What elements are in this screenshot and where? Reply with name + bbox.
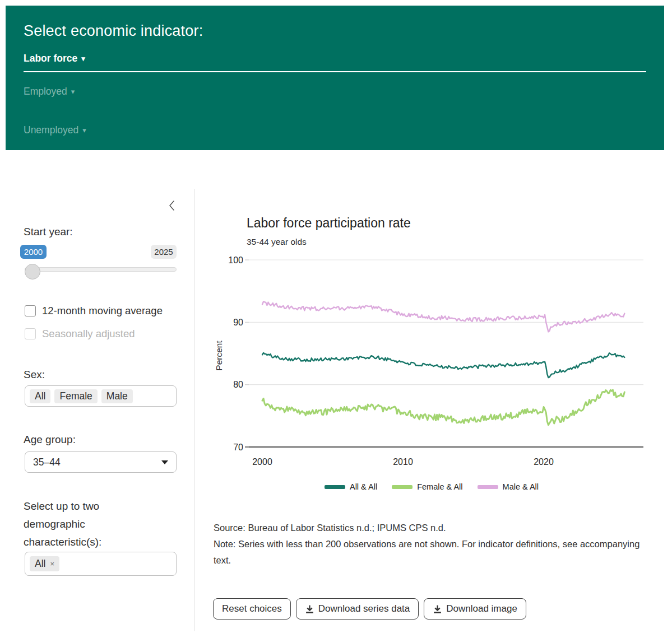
sex-select[interactable]: All Female Male: [25, 385, 177, 407]
download-image-button[interactable]: Download image: [424, 598, 526, 620]
download-series-data-button[interactable]: Download series data: [296, 598, 419, 620]
age-group-label: Age group:: [24, 434, 76, 446]
sidebar-collapse-button[interactable]: [166, 198, 178, 213]
active-tab-underline: [24, 71, 646, 72]
age-group-select[interactable]: 35–44: [25, 451, 177, 473]
age-group-value: 35–44: [33, 457, 61, 468]
series-swatch: [325, 485, 345, 489]
chart-actions: Reset choices Download series data Downl…: [213, 598, 526, 620]
indicator-header: Select economic indicator: Labor force▾ …: [6, 6, 664, 150]
demographic-multiselect[interactable]: All ×: [25, 552, 177, 576]
y-axis-label: Percent: [214, 341, 224, 371]
svg-text:90: 90: [233, 318, 243, 327]
chevron-down-icon: ▾: [71, 87, 75, 96]
demographic-label: Select up to two demographic characteris…: [24, 497, 144, 551]
seasonally-adjusted-checkbox-row: Seasonally adjusted: [25, 328, 135, 340]
chart-legend: All & All Female & All Male & All: [213, 482, 650, 491]
data-series-lines: [262, 301, 624, 425]
series-swatch: [478, 485, 498, 489]
indicator-tab-unemployed[interactable]: Unemployed▾: [24, 124, 86, 136]
chart-subtitle: 35-44 year olds: [247, 237, 307, 247]
chart-title: Labor force participation rate: [247, 216, 411, 231]
seasonally-adjusted-checkbox[interactable]: [25, 328, 36, 339]
page-title: Select economic indicator:: [24, 22, 203, 40]
sex-option-male[interactable]: Male: [101, 389, 133, 403]
legend-item-male-all[interactable]: Male & All: [478, 482, 539, 491]
line-chart: Percent 708090100 200020102020: [213, 253, 650, 478]
svg-text:80: 80: [233, 380, 243, 389]
sex-label: Sex:: [24, 369, 45, 381]
indicator-tab-labor-force[interactable]: Labor force▾: [24, 53, 85, 64]
moving-average-checkbox-row: 12-month moving average: [25, 305, 163, 317]
indicator-tab-employed[interactable]: Employed▾: [24, 86, 75, 97]
x-tick-labels: 200020102020: [252, 457, 554, 467]
svg-text:2010: 2010: [393, 457, 413, 467]
svg-text:70: 70: [233, 443, 243, 452]
download-icon: [433, 604, 442, 614]
moving-average-checkbox[interactable]: [25, 305, 36, 316]
moving-average-label: 12-month moving average: [42, 305, 163, 317]
reset-choices-button[interactable]: Reset choices: [213, 598, 291, 620]
chevron-left-icon: [166, 198, 178, 213]
start-year-label: Start year:: [24, 226, 73, 238]
chevron-down-icon: ▾: [81, 54, 85, 63]
chevron-down-icon: [161, 460, 168, 464]
remove-tag-icon[interactable]: ×: [50, 560, 54, 568]
svg-text:2000: 2000: [252, 457, 272, 467]
series-swatch: [392, 485, 413, 489]
sex-option-female[interactable]: Female: [54, 389, 97, 403]
svg-text:2020: 2020: [534, 457, 554, 467]
slider-current-value: 2000: [20, 245, 47, 259]
y-tick-labels: 708090100: [228, 255, 243, 452]
start-year-slider-track[interactable]: [25, 267, 177, 272]
slider-max-value: 2025: [151, 245, 177, 259]
demographic-tag-all: All ×: [30, 556, 59, 571]
start-year-slider-handle[interactable]: [25, 264, 40, 280]
note-text: Note: Series with less than 200 observat…: [214, 536, 652, 569]
sex-option-all[interactable]: All: [30, 389, 50, 403]
seasonally-adjusted-label: Seasonally adjusted: [42, 328, 135, 340]
source-text: Source: Bureau of Labor Statistics n.d.;…: [214, 520, 652, 536]
chevron-down-icon: ▾: [82, 126, 86, 134]
gridlines: [245, 260, 643, 447]
chart-notes: Source: Bureau of Labor Statistics n.d.;…: [214, 520, 652, 569]
svg-text:100: 100: [228, 255, 243, 265]
legend-item-all-all[interactable]: All & All: [325, 482, 377, 491]
download-icon: [305, 604, 314, 614]
legend-item-female-all[interactable]: Female & All: [392, 482, 462, 491]
